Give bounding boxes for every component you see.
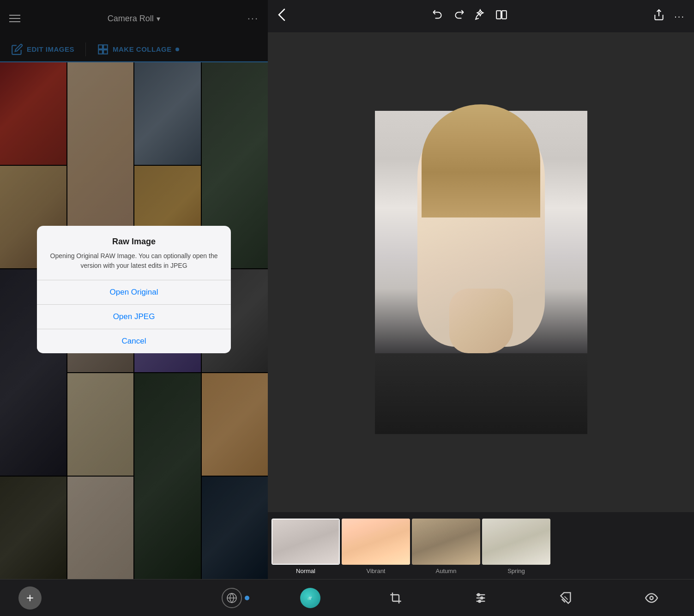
magic-wand-button[interactable] (474, 9, 486, 24)
raw-image-dialog: Raw Image Opening Original RAW Image. Yo… (37, 226, 231, 353)
main-image-area (268, 32, 694, 512)
globe-icon (222, 588, 242, 608)
svg-point-21 (650, 596, 653, 599)
compare-button[interactable] (495, 9, 507, 24)
filter-vibrant-thumbnail (342, 519, 410, 565)
right-bottom-toolbar (268, 579, 694, 616)
filter-normal[interactable]: Normal (272, 519, 340, 574)
filter-normal-thumbnail (272, 519, 340, 565)
heal-tool-button[interactable] (555, 586, 578, 610)
crop-tool-button[interactable] (384, 586, 407, 610)
svg-point-17 (481, 597, 483, 599)
right-header: ··· (268, 0, 694, 32)
svg-point-10 (309, 594, 312, 597)
color-tool-button[interactable] (299, 586, 322, 610)
dialog-overlay: Raw Image Opening Original RAW Image. Yo… (0, 0, 268, 579)
filter-vibrant-label: Vibrant (367, 568, 386, 574)
adjust-tool-button[interactable] (469, 586, 492, 610)
filter-normal-label: Normal (296, 568, 315, 574)
view-tool-button[interactable] (640, 586, 663, 610)
add-icon: + (26, 591, 34, 605)
filter-vibrant[interactable]: Vibrant (342, 519, 410, 574)
open-original-button[interactable]: Open Original (37, 280, 231, 305)
share-button[interactable] (653, 9, 665, 24)
svg-point-18 (479, 600, 481, 602)
cancel-button[interactable]: Cancel (37, 329, 231, 353)
svg-point-16 (477, 593, 480, 596)
svg-rect-7 (502, 11, 507, 18)
dialog-title: Raw Image (46, 237, 222, 247)
left-panel: Camera Roll ▾ ··· EDIT IMAGES MAKE COLLA… (0, 0, 268, 616)
filter-strip: Normal Vibrant Autumn Spring (268, 512, 694, 579)
svg-point-11 (308, 598, 310, 600)
undo-button[interactable] (432, 9, 444, 24)
globe-dot-indicator (245, 596, 249, 600)
redo-button[interactable] (453, 9, 465, 24)
filter-spring-thumbnail (482, 519, 550, 565)
filter-spring[interactable]: Spring (482, 519, 550, 574)
dialog-content: Raw Image Opening Original RAW Image. Yo… (37, 226, 231, 280)
svg-rect-6 (496, 11, 501, 18)
main-photo (375, 111, 587, 434)
open-jpeg-button[interactable]: Open JPEG (37, 305, 231, 329)
back-button[interactable] (277, 7, 286, 25)
right-header-center (432, 9, 507, 24)
dialog-message: Opening Original RAW Image. You can opti… (46, 251, 222, 271)
add-button[interactable]: + (18, 586, 42, 610)
filter-autumn-label: Autumn (436, 568, 457, 574)
dialog-actions: Open Original Open JPEG Cancel (37, 280, 231, 353)
right-panel: ··· (268, 0, 694, 616)
filter-spring-label: Spring (507, 568, 525, 574)
left-bottom-bar: + (0, 579, 268, 616)
filter-autumn-thumbnail (412, 519, 480, 565)
globe-button[interactable] (222, 588, 249, 608)
more-options-button[interactable]: ··· (674, 11, 685, 22)
color-mixer-icon (300, 588, 320, 608)
right-header-right: ··· (653, 9, 685, 24)
filter-autumn[interactable]: Autumn (412, 519, 480, 574)
svg-line-20 (565, 596, 568, 599)
svg-point-12 (311, 598, 314, 600)
right-header-left (277, 7, 286, 25)
